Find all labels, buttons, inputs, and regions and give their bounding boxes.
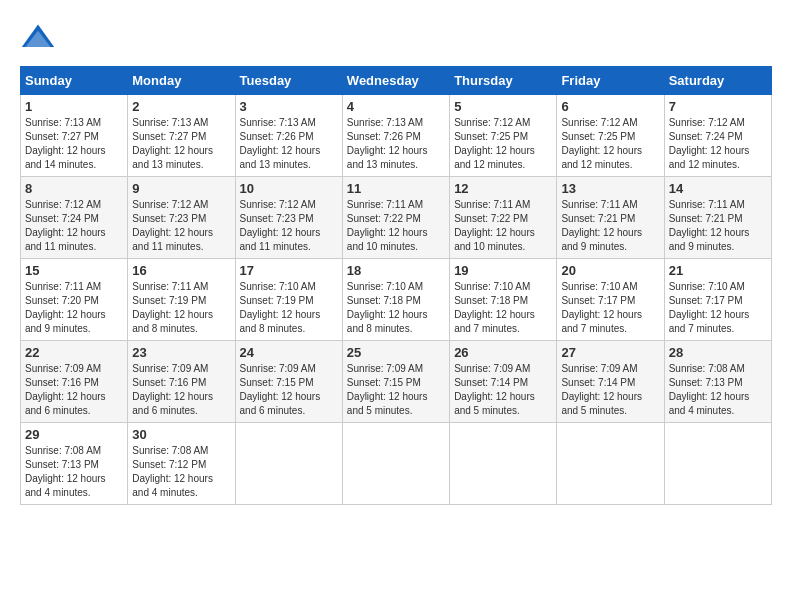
col-friday: Friday (557, 67, 664, 95)
col-saturday: Saturday (664, 67, 771, 95)
day-number: 2 (132, 99, 230, 114)
table-row: 12 Sunrise: 7:11 AMSunset: 7:22 PMDaylig… (450, 177, 557, 259)
day-detail: Sunrise: 7:09 AMSunset: 7:14 PMDaylight:… (561, 362, 659, 418)
day-detail: Sunrise: 7:10 AMSunset: 7:17 PMDaylight:… (561, 280, 659, 336)
day-number: 11 (347, 181, 445, 196)
page-header (20, 20, 772, 56)
table-row: 2 Sunrise: 7:13 AMSunset: 7:27 PMDayligh… (128, 95, 235, 177)
table-row: 25 Sunrise: 7:09 AMSunset: 7:15 PMDaylig… (342, 341, 449, 423)
table-row: 18 Sunrise: 7:10 AMSunset: 7:18 PMDaylig… (342, 259, 449, 341)
day-number: 19 (454, 263, 552, 278)
table-row: 5 Sunrise: 7:12 AMSunset: 7:25 PMDayligh… (450, 95, 557, 177)
table-row: 10 Sunrise: 7:12 AMSunset: 7:23 PMDaylig… (235, 177, 342, 259)
day-number: 7 (669, 99, 767, 114)
day-number: 26 (454, 345, 552, 360)
day-detail: Sunrise: 7:12 AMSunset: 7:24 PMDaylight:… (25, 198, 123, 254)
calendar-week-row: 15 Sunrise: 7:11 AMSunset: 7:20 PMDaylig… (21, 259, 772, 341)
calendar-table: Sunday Monday Tuesday Wednesday Thursday… (20, 66, 772, 505)
day-detail: Sunrise: 7:12 AMSunset: 7:23 PMDaylight:… (240, 198, 338, 254)
table-row: 9 Sunrise: 7:12 AMSunset: 7:23 PMDayligh… (128, 177, 235, 259)
table-row: 17 Sunrise: 7:10 AMSunset: 7:19 PMDaylig… (235, 259, 342, 341)
table-row: 20 Sunrise: 7:10 AMSunset: 7:17 PMDaylig… (557, 259, 664, 341)
day-number: 15 (25, 263, 123, 278)
day-number: 20 (561, 263, 659, 278)
day-number: 16 (132, 263, 230, 278)
calendar-week-row: 1 Sunrise: 7:13 AMSunset: 7:27 PMDayligh… (21, 95, 772, 177)
table-row: 21 Sunrise: 7:10 AMSunset: 7:17 PMDaylig… (664, 259, 771, 341)
day-detail: Sunrise: 7:09 AMSunset: 7:15 PMDaylight:… (240, 362, 338, 418)
day-number: 8 (25, 181, 123, 196)
day-number: 12 (454, 181, 552, 196)
day-number: 18 (347, 263, 445, 278)
day-detail: Sunrise: 7:13 AMSunset: 7:26 PMDaylight:… (347, 116, 445, 172)
day-detail: Sunrise: 7:12 AMSunset: 7:25 PMDaylight:… (561, 116, 659, 172)
table-row: 11 Sunrise: 7:11 AMSunset: 7:22 PMDaylig… (342, 177, 449, 259)
col-thursday: Thursday (450, 67, 557, 95)
day-number: 14 (669, 181, 767, 196)
day-detail: Sunrise: 7:12 AMSunset: 7:23 PMDaylight:… (132, 198, 230, 254)
table-row (557, 423, 664, 505)
day-number: 13 (561, 181, 659, 196)
day-number: 29 (25, 427, 123, 442)
day-number: 22 (25, 345, 123, 360)
table-row: 1 Sunrise: 7:13 AMSunset: 7:27 PMDayligh… (21, 95, 128, 177)
day-detail: Sunrise: 7:08 AMSunset: 7:13 PMDaylight:… (669, 362, 767, 418)
day-detail: Sunrise: 7:11 AMSunset: 7:19 PMDaylight:… (132, 280, 230, 336)
day-number: 6 (561, 99, 659, 114)
table-row: 14 Sunrise: 7:11 AMSunset: 7:21 PMDaylig… (664, 177, 771, 259)
day-detail: Sunrise: 7:08 AMSunset: 7:12 PMDaylight:… (132, 444, 230, 500)
day-number: 21 (669, 263, 767, 278)
day-detail: Sunrise: 7:12 AMSunset: 7:24 PMDaylight:… (669, 116, 767, 172)
day-detail: Sunrise: 7:10 AMSunset: 7:17 PMDaylight:… (669, 280, 767, 336)
table-row (664, 423, 771, 505)
day-number: 3 (240, 99, 338, 114)
day-number: 24 (240, 345, 338, 360)
day-detail: Sunrise: 7:11 AMSunset: 7:22 PMDaylight:… (347, 198, 445, 254)
table-row: 24 Sunrise: 7:09 AMSunset: 7:15 PMDaylig… (235, 341, 342, 423)
day-detail: Sunrise: 7:10 AMSunset: 7:18 PMDaylight:… (454, 280, 552, 336)
day-detail: Sunrise: 7:10 AMSunset: 7:18 PMDaylight:… (347, 280, 445, 336)
col-wednesday: Wednesday (342, 67, 449, 95)
table-row: 26 Sunrise: 7:09 AMSunset: 7:14 PMDaylig… (450, 341, 557, 423)
day-number: 28 (669, 345, 767, 360)
day-number: 25 (347, 345, 445, 360)
table-row: 6 Sunrise: 7:12 AMSunset: 7:25 PMDayligh… (557, 95, 664, 177)
table-row: 13 Sunrise: 7:11 AMSunset: 7:21 PMDaylig… (557, 177, 664, 259)
table-row: 22 Sunrise: 7:09 AMSunset: 7:16 PMDaylig… (21, 341, 128, 423)
day-number: 23 (132, 345, 230, 360)
table-row: 29 Sunrise: 7:08 AMSunset: 7:13 PMDaylig… (21, 423, 128, 505)
calendar-week-row: 22 Sunrise: 7:09 AMSunset: 7:16 PMDaylig… (21, 341, 772, 423)
table-row (450, 423, 557, 505)
day-number: 4 (347, 99, 445, 114)
day-detail: Sunrise: 7:13 AMSunset: 7:27 PMDaylight:… (25, 116, 123, 172)
calendar-week-row: 8 Sunrise: 7:12 AMSunset: 7:24 PMDayligh… (21, 177, 772, 259)
col-sunday: Sunday (21, 67, 128, 95)
day-number: 5 (454, 99, 552, 114)
table-row: 27 Sunrise: 7:09 AMSunset: 7:14 PMDaylig… (557, 341, 664, 423)
col-monday: Monday (128, 67, 235, 95)
day-number: 30 (132, 427, 230, 442)
day-number: 17 (240, 263, 338, 278)
day-detail: Sunrise: 7:11 AMSunset: 7:22 PMDaylight:… (454, 198, 552, 254)
table-row: 28 Sunrise: 7:08 AMSunset: 7:13 PMDaylig… (664, 341, 771, 423)
day-detail: Sunrise: 7:08 AMSunset: 7:13 PMDaylight:… (25, 444, 123, 500)
day-detail: Sunrise: 7:11 AMSunset: 7:21 PMDaylight:… (561, 198, 659, 254)
logo-icon (20, 20, 56, 56)
day-number: 27 (561, 345, 659, 360)
calendar-header-row: Sunday Monday Tuesday Wednesday Thursday… (21, 67, 772, 95)
day-number: 10 (240, 181, 338, 196)
table-row: 4 Sunrise: 7:13 AMSunset: 7:26 PMDayligh… (342, 95, 449, 177)
col-tuesday: Tuesday (235, 67, 342, 95)
day-detail: Sunrise: 7:09 AMSunset: 7:14 PMDaylight:… (454, 362, 552, 418)
day-detail: Sunrise: 7:12 AMSunset: 7:25 PMDaylight:… (454, 116, 552, 172)
table-row: 23 Sunrise: 7:09 AMSunset: 7:16 PMDaylig… (128, 341, 235, 423)
day-detail: Sunrise: 7:09 AMSunset: 7:16 PMDaylight:… (25, 362, 123, 418)
table-row: 7 Sunrise: 7:12 AMSunset: 7:24 PMDayligh… (664, 95, 771, 177)
table-row: 19 Sunrise: 7:10 AMSunset: 7:18 PMDaylig… (450, 259, 557, 341)
table-row (342, 423, 449, 505)
table-row: 15 Sunrise: 7:11 AMSunset: 7:20 PMDaylig… (21, 259, 128, 341)
day-detail: Sunrise: 7:13 AMSunset: 7:26 PMDaylight:… (240, 116, 338, 172)
table-row: 3 Sunrise: 7:13 AMSunset: 7:26 PMDayligh… (235, 95, 342, 177)
day-detail: Sunrise: 7:13 AMSunset: 7:27 PMDaylight:… (132, 116, 230, 172)
table-row (235, 423, 342, 505)
